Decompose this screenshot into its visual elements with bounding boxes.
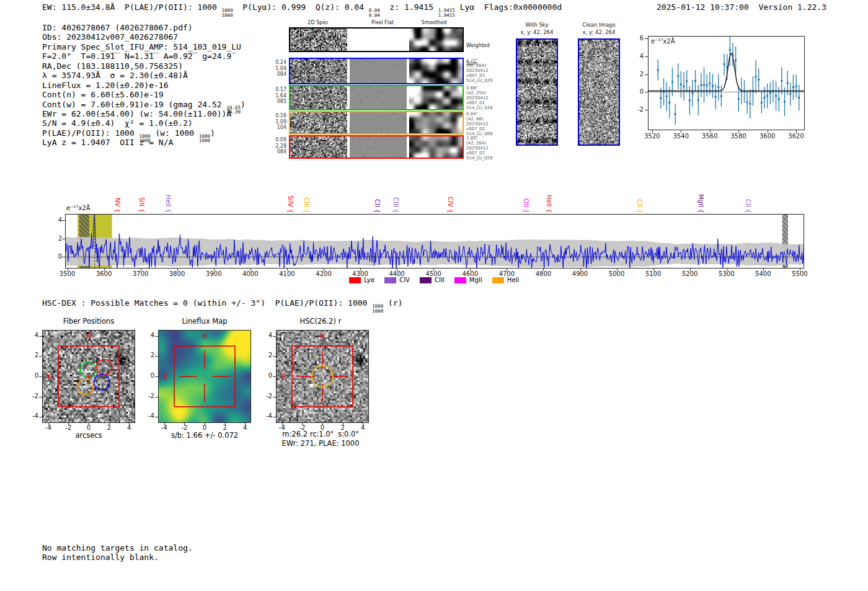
clean-coords: x, y: 42, 264 [583,30,616,36]
hsc-r-cutout [276,330,369,423]
axis-tick-mark [48,423,49,425]
hsc-mag-caption: m:26.2 rc:1.0" s:0.0" [282,430,358,438]
emission-line-label-civ: CIV { [446,197,454,213]
spectrum-xtick-label: 4900 [572,270,588,277]
axis-tick-mark [155,336,158,337]
spectrum-xtick-label: 4100 [279,270,294,277]
axis-tick-mark [727,269,727,271]
clean-title: Clean Image [582,22,615,29]
spec2d-left-stat: 085 [270,99,286,105]
panel-ytick-label: 4 [23,332,38,339]
info-line: Obs: 20230412v007_4026278067 [42,32,246,42]
axis-tick-mark [155,376,158,377]
spec2d-exposure-row [289,85,464,110]
axis-tick-mark [763,269,764,271]
spec2d-right-meta-line: 0.66" [466,86,492,91]
spec2d-right-meta-line: (42, 255) [466,91,492,96]
axis-tick-mark [645,74,648,75]
header-summary-text: P(Lyα): 0.999 Q(z): 0.04 [233,2,369,12]
legend-label: CIII [435,277,445,283]
spec2d-right-meta-line: (42, 88) [466,117,492,122]
info-line-11-text: (w: 1000 [151,128,199,138]
withsky-coords: x, y: 42, 264 [521,30,554,36]
full-spectrum-plot [65,214,804,269]
header-summary-line: EW: 115.0±34.8Å P(LAE)/P(OII): 1000 1000… [42,2,562,17]
lineflux-map-title: Lineflux Map [182,317,227,326]
axis-tick-mark [39,376,42,377]
axis-tick-mark [507,269,507,271]
zoom-ytick-label: 2 [629,71,644,78]
spec2d-weighted-row [289,27,464,52]
info-line-12-text: LyA z = 1.9407 OII z = N/A [42,138,173,147]
zoom-spectrum-plot [648,36,805,130]
axis-tick-mark [155,397,158,398]
legend-item-mgii: MgII [454,277,482,283]
zoom-xtick-label: 3600 [760,133,775,140]
zoom-xtick-label: 3580 [730,133,746,140]
spec2d-header-2dspec: 2D Spec [308,20,328,26]
fiber-positions-xlabel: arcsecs [75,431,102,440]
withsky-title: With Sky [525,22,548,29]
axis-tick-mark [617,269,618,271]
clean-cutout-frame [578,38,620,146]
spec2d-right-meta-line: 0.84" [466,112,492,117]
info-line-0-text: ID: 4026278067 (4026278067.pdf) [42,23,193,32]
axis-tick-mark [177,269,178,271]
emission-line-label-heii: HeII { [164,195,172,213]
emission-line-label-ciii: CIII { [392,197,399,213]
axis-tick-mark [214,269,215,271]
axis-tick-mark [543,269,544,271]
spectrum-xtick-label: 5300 [719,270,734,277]
info-line-11-fraction: 10001000 [199,134,210,143]
legend-item-heii: HeII [492,277,520,283]
spec2d-header-pixelflat: Pixel Flat [371,20,394,26]
info-line: RA,Dec (183.188110,50.756325) [42,61,246,71]
info-line-8-text: Cont(w) = 7.60(±0.91)e-19 (gmag 24.52 [42,100,226,109]
smoothed-image [409,29,463,51]
spec2d-exposure-row [289,135,464,159]
panel-ytick-label: -4 [139,412,154,419]
axis-tick-mark [360,269,361,271]
spec2d-left-stat: 0.24 [270,60,286,66]
spec2d-header-smoothed: Smoothed [422,20,447,26]
spectrum-ytick-label: 0 [46,253,62,260]
axis-tick-mark [184,423,185,425]
smoothed-image [409,112,463,133]
spec2d-row-left-stats: 0.161.09104 [270,113,286,131]
axis-tick-mark [796,130,797,133]
panel-ytick-label: 4 [139,332,154,339]
legend-label: HeII [507,277,520,283]
zoom-xtick-label: 3540 [673,133,689,140]
spec2d-image [290,59,347,83]
emission-line-label-cii: CII { [636,199,643,213]
spectrum-xtick-label: 3900 [206,270,221,277]
spectrum-xtick-label: 5200 [682,270,698,277]
spectrum-xtick-label: 4200 [316,270,331,277]
spec2d-image [290,86,347,109]
spec2d-right-meta-line: 20230412 [466,122,492,127]
axis-tick-mark [164,423,165,425]
legend-label: Lyα [364,277,374,283]
axis-tick-mark [397,269,397,271]
axis-tick-mark [155,417,158,417]
legend-item-lyα: Lyα [349,277,374,283]
spec2d-left-stat: 2.28 [270,143,286,149]
pixelflat-image [350,59,407,83]
legend-label: CIV [399,277,410,283]
info-line: S/N = 4.9(±0.4) χ² = 1.0(±0.2) [42,118,246,128]
spectrum-xtick-label: 5100 [645,270,661,277]
axis-tick-mark [225,423,226,425]
smoothed-image [409,59,463,83]
legend-swatch [384,277,396,283]
emission-line-label-oii: OII { [522,198,529,213]
weighted-sum-label: Weighted Sum [466,31,490,79]
spectrum-xtick-label: 3600 [96,270,112,277]
hsc-ewr-plae-caption: EWr: 271, PLAE: 1000 [282,439,360,448]
axis-tick-mark [39,417,42,417]
spec2d-exposure-row [289,111,464,135]
spec2d-left-stat: 084 [270,149,286,155]
info-line-3-text: F=2.0" T=0.19̅1̅ N=1.3̅1̅ A=0.9̅2̅ g=24.… [42,51,231,61]
axis-tick-mark [653,269,654,271]
axis-tick-mark [710,130,711,133]
axis-tick-mark [62,257,65,257]
